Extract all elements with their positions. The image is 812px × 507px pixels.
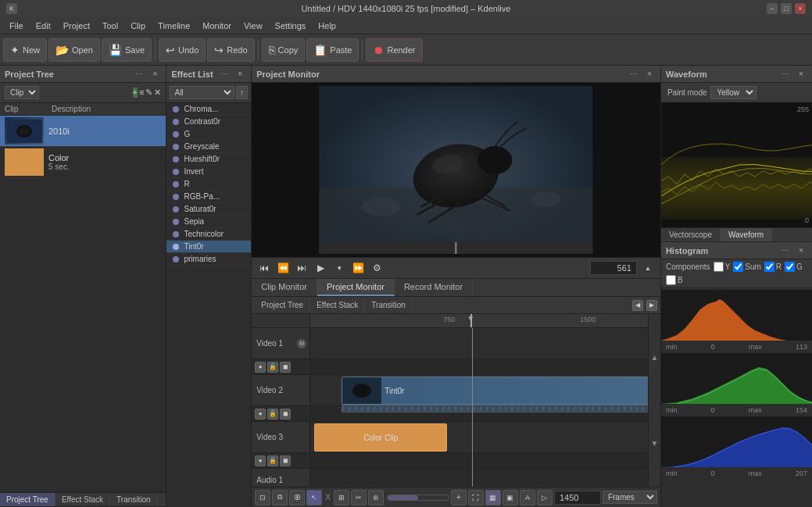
track-ctrl-btn-v1-2[interactable]: 🔒 — [267, 362, 278, 373]
tl-clip-button[interactable]: ✂ — [351, 490, 367, 505]
tab-transition[interactable]: Transition — [110, 493, 158, 506]
timeline-scroll-left-button[interactable]: ◀ — [632, 300, 643, 311]
monitor-play-backward-button[interactable]: ⏪ — [275, 260, 291, 276]
tab-timeline-effect-stack[interactable]: Effect Stack — [310, 298, 365, 312]
track-mute-button-v1[interactable]: M — [297, 339, 306, 348]
effect-category-select[interactable]: All — [170, 86, 234, 99]
tl-view-btn-3[interactable]: A — [520, 490, 535, 505]
menu-edit[interactable]: Edit — [30, 20, 57, 32]
tab-project-monitor[interactable]: Project Monitor — [317, 279, 395, 296]
render-button[interactable]: ⏺ Render — [366, 38, 422, 62]
clip-block-color[interactable]: Color Clip — [314, 423, 447, 452]
timeline-scroll-up-button[interactable]: ▲ — [649, 314, 660, 401]
hist-check-y[interactable]: Y — [714, 262, 731, 272]
effect-list-close-button[interactable]: × — [234, 68, 246, 80]
project-tree-close-button[interactable]: × — [148, 68, 161, 80]
hist-checkbox-g[interactable] — [785, 262, 795, 272]
effect-item-tint0r[interactable]: Tint0r — [166, 241, 251, 253]
effect-list-options-button[interactable]: ⋯ — [218, 68, 231, 80]
effect-item-contrast[interactable]: Contrast0r — [166, 116, 251, 128]
track-ctrl-btn-v2-2[interactable]: 🔒 — [267, 409, 278, 420]
effect-item-greyscale[interactable]: Greyscale — [166, 141, 251, 153]
menu-file[interactable]: File — [3, 20, 30, 32]
clip-delete-button[interactable]: ✕ — [154, 87, 161, 98]
hist-check-g[interactable]: G — [785, 262, 803, 272]
tl-view-btn-4[interactable]: ▷ — [537, 490, 553, 505]
monitor-settings-button[interactable]: ⚙ — [369, 260, 385, 276]
tab-clip-monitor[interactable]: Clip Monitor — [252, 279, 317, 296]
new-button[interactable]: ✦ New — [3, 38, 47, 62]
effect-upload-button[interactable]: ↑ — [236, 86, 248, 99]
tl-zoom-slider[interactable] — [387, 495, 449, 501]
tl-zoom-fit-button[interactable]: ⊡ — [255, 490, 270, 505]
menu-clip[interactable]: Clip — [124, 20, 152, 32]
effect-item-hueshift[interactable]: Hueshift0r — [166, 153, 251, 166]
monitor-step-forward-button[interactable]: ⏩ — [350, 260, 366, 276]
effect-item-saturat[interactable]: Saturat0r — [166, 203, 251, 216]
project-tree-options-button[interactable]: ⋯ — [133, 68, 145, 80]
hist-checkbox-y[interactable] — [714, 262, 724, 272]
paste-button[interactable]: 📋 Paste — [306, 38, 359, 62]
waveform-options-button[interactable]: ⋯ — [779, 68, 792, 80]
track-ctrl-btn-v3-3[interactable]: ◼ — [280, 455, 291, 466]
maximize-button[interactable]: □ — [781, 3, 792, 14]
hist-check-sum[interactable]: Sum — [733, 262, 761, 272]
track-ctrl-btn-v1-1[interactable]: ● — [255, 362, 266, 373]
monitor-timecode-up-button[interactable]: ▲ — [640, 260, 656, 276]
tl-ripple-button[interactable]: ⊛ — [368, 490, 384, 505]
effect-item-chroma[interactable]: Chroma... — [166, 103, 251, 116]
minimize-button[interactable]: − — [767, 3, 778, 14]
tl-fullscreen-button[interactable]: ⛶ — [468, 490, 484, 505]
tl-snap-button[interactable]: ⧉ — [272, 490, 288, 505]
clip-view-button[interactable]: ≡ — [139, 87, 144, 98]
window-controls[interactable]: − □ × — [767, 3, 806, 14]
open-button[interactable]: 📂 Open — [48, 38, 100, 62]
add-clip-button[interactable]: + — [133, 87, 138, 98]
effect-item-g[interactable]: G — [166, 128, 251, 141]
clip-edit-button[interactable]: ✎ — [145, 87, 152, 98]
close-button[interactable]: × — [795, 3, 806, 14]
clip-item-video[interactable]: 2010i — [0, 116, 166, 147]
monitor-options-button[interactable]: ⋯ — [628, 68, 640, 80]
effect-item-rgbpa[interactable]: RGB-Pa... — [166, 191, 251, 203]
effect-item-sepia[interactable]: Sepia — [166, 216, 251, 228]
effect-item-primaries[interactable]: primaries — [166, 253, 251, 266]
timeline-unit-select[interactable]: Frames Timecode — [603, 491, 657, 504]
tab-vectorscope[interactable]: Vectorscope — [661, 228, 721, 241]
timeline-timecode-input[interactable]: 1450 — [554, 491, 601, 505]
track-ctrl-btn-v3-1[interactable]: ● — [255, 455, 266, 466]
tl-view-btn-1[interactable]: ▦ — [485, 490, 501, 505]
tab-project-tree[interactable]: Project Tree — [0, 493, 55, 506]
tl-markers-button[interactable]: ⦿ — [289, 490, 305, 505]
menu-project[interactable]: Project — [57, 20, 96, 32]
monitor-timecode-input[interactable]: 561 — [590, 261, 637, 275]
tab-effect-stack[interactable]: Effect Stack — [55, 493, 110, 506]
monitor-skip-start-button[interactable]: ⏮ — [256, 260, 272, 276]
tl-link-button[interactable]: ⊞ — [334, 490, 349, 505]
hist-checkbox-r[interactable] — [764, 262, 774, 272]
monitor-close-button[interactable]: × — [643, 68, 656, 80]
undo-button[interactable]: ↩ Undo — [159, 38, 206, 62]
track-ctrl-btn-v3-2[interactable]: 🔒 — [267, 455, 278, 466]
menu-view[interactable]: View — [238, 20, 269, 32]
tab-waveform[interactable]: Waveform — [721, 228, 772, 241]
timeline-scroll-right-button[interactable]: ▶ — [646, 300, 657, 311]
monitor-play-dropdown-button[interactable]: ▼ — [331, 260, 347, 276]
effect-item-r[interactable]: R — [166, 178, 251, 191]
track-ctrl-btn-v2-3[interactable]: ◼ — [280, 409, 291, 420]
waveform-close-button[interactable]: × — [795, 68, 807, 80]
menu-timeline[interactable]: Timeline — [152, 20, 196, 32]
hist-check-r[interactable]: R — [764, 262, 782, 272]
menu-monitor[interactable]: Monitor — [196, 20, 238, 32]
tl-select-button[interactable]: ↖ — [306, 490, 322, 505]
monitor-play-button[interactable]: ▶ — [313, 260, 328, 276]
tl-view-btn-2[interactable]: ▣ — [503, 490, 518, 505]
effect-item-technicolor[interactable]: Technicolor — [166, 228, 251, 241]
tab-timeline-project-tree[interactable]: Project Tree — [255, 298, 310, 312]
hist-checkbox-b[interactable] — [666, 275, 676, 285]
tab-record-monitor[interactable]: Record Monitor — [395, 279, 473, 296]
menu-tool[interactable]: Tool — [96, 20, 124, 32]
hist-checkbox-sum[interactable] — [733, 262, 743, 272]
hist-check-b[interactable]: B — [666, 275, 683, 285]
clip-filter-select[interactable]: Clip — [5, 86, 39, 99]
